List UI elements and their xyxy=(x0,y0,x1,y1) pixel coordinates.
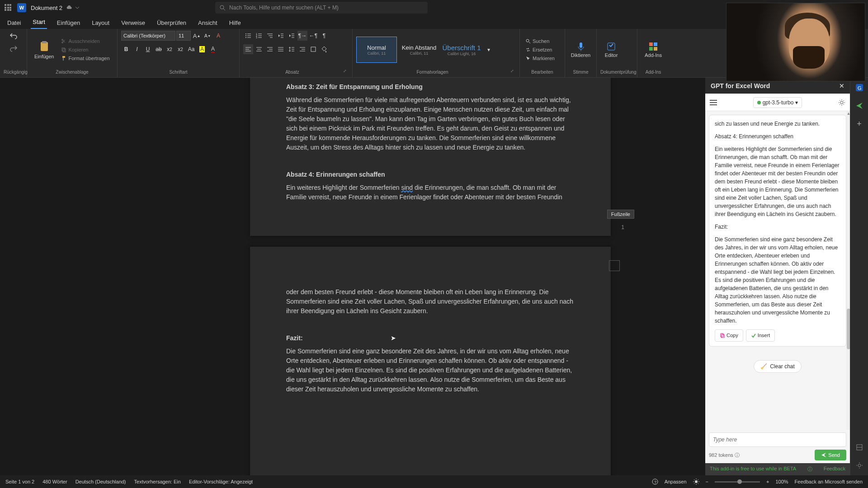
search-box[interactable]: Nach Tools, Hilfe und mehr suchen (ALT +… xyxy=(215,2,428,14)
style-no-spacing[interactable]: Kein AbstandCalibri, 11 xyxy=(399,37,439,63)
model-selector[interactable]: gpt-3.5-turbo▾ xyxy=(753,97,802,108)
help-icon[interactable]: ? xyxy=(652,479,658,485)
footer-label[interactable]: Fußzeile xyxy=(607,210,634,219)
justify-button[interactable] xyxy=(276,44,286,54)
dictate-button[interactable]: Diktieren xyxy=(569,40,593,60)
menu-icon[interactable] xyxy=(710,99,717,106)
page-1[interactable]: Absatz 3: Zeit für Entspannung und Erhol… xyxy=(250,78,611,236)
header-placeholder[interactable] xyxy=(609,260,620,271)
tab-ansicht[interactable]: Ansicht xyxy=(196,17,219,29)
status-page[interactable]: Seite 1 von 2 xyxy=(5,479,34,484)
panel-close-button[interactable]: ✕ xyxy=(839,82,844,89)
ltr-button[interactable]: ¶→ xyxy=(297,31,307,41)
feedback-link[interactable]: Feedback xyxy=(824,466,845,473)
document-name[interactable]: Dokument 2 xyxy=(31,5,62,11)
align-center-button[interactable] xyxy=(254,44,264,54)
status-language[interactable]: Deutsch (Deutschland) xyxy=(75,479,126,484)
align-left-button[interactable] xyxy=(243,44,253,54)
indent-special-button[interactable] xyxy=(297,44,307,54)
paste-button[interactable]: Einfügen xyxy=(31,38,57,61)
line-spacing-button[interactable] xyxy=(287,44,297,54)
style-heading-1[interactable]: Überschrift 1Calibri Light, 16 xyxy=(441,37,482,63)
status-predictions[interactable]: Textvorhersagen: Ein xyxy=(134,479,181,484)
font-family-select[interactable] xyxy=(121,31,175,41)
chat-scroll-up-icon[interactable]: ▲ xyxy=(846,111,850,116)
show-marks-button[interactable]: ¶ xyxy=(319,31,329,41)
italic-button[interactable]: I xyxy=(132,44,142,54)
bullets-button[interactable] xyxy=(243,31,253,41)
select-button[interactable]: Markieren xyxy=(524,54,557,62)
font-size-select[interactable] xyxy=(176,31,191,41)
cut-button[interactable]: Ausschneiden xyxy=(59,37,111,45)
page-2[interactable]: oder dem besten Freund erlebt - diese Mo… xyxy=(250,247,611,475)
shading-button[interactable] xyxy=(319,44,329,54)
replace-button[interactable]: Ersetzen xyxy=(524,46,557,54)
grammar-suggestion[interactable]: sind xyxy=(401,184,413,191)
chat-body[interactable]: sich zu lassen und neue Energie zu tanke… xyxy=(705,111,850,430)
copy-button[interactable]: Kopieren xyxy=(59,46,111,54)
multilevel-list-button[interactable] xyxy=(265,31,275,41)
tab-einfuegen[interactable]: Einfügen xyxy=(55,17,82,29)
insert-button[interactable]: Insert xyxy=(746,329,775,342)
change-case-button[interactable]: Aa xyxy=(186,44,196,54)
zoom-slider[interactable] xyxy=(715,481,760,483)
font-color-button[interactable]: A xyxy=(208,44,218,54)
brightness-icon[interactable] xyxy=(693,479,699,485)
grow-font-button[interactable]: A▲ xyxy=(192,31,202,41)
side-paper-plane-icon[interactable] xyxy=(854,100,865,111)
dropdown-icon[interactable] xyxy=(75,5,80,10)
superscript-button[interactable]: x2 xyxy=(175,44,185,54)
decrease-indent-button[interactable] xyxy=(276,31,286,41)
side-add-icon[interactable]: + xyxy=(854,118,865,129)
settings-icon[interactable] xyxy=(838,99,845,106)
borders-button[interactable] xyxy=(308,44,318,54)
chat-scroll-thumb[interactable] xyxy=(847,309,850,349)
status-editor-suggestions[interactable]: Editor-Vorschläge: Angezeigt xyxy=(189,479,253,484)
feedback-link[interactable]: Feedback an Microsoft senden xyxy=(795,479,863,484)
addins-button[interactable]: Add-Ins xyxy=(641,40,665,60)
zoom-level[interactable]: 100% xyxy=(775,479,788,484)
side-expand-icon[interactable] xyxy=(854,442,865,453)
editor-button[interactable]: Editor xyxy=(600,40,622,60)
tab-verweise[interactable]: Verweise xyxy=(119,17,147,29)
increase-indent-button[interactable] xyxy=(287,31,297,41)
rtl-button[interactable]: ←¶ xyxy=(308,31,318,41)
paragraph-dialog-icon[interactable]: ⤢ xyxy=(341,69,349,75)
tab-layout[interactable]: Layout xyxy=(90,17,111,29)
tab-datei[interactable]: Datei xyxy=(5,17,23,29)
tab-ueberpruefen[interactable]: Überprüfen xyxy=(155,17,188,29)
send-button[interactable]: Send xyxy=(815,450,846,460)
info-icon[interactable]: ⓘ xyxy=(735,452,740,458)
style-normal[interactable]: NormalCalibri, 11 xyxy=(356,37,397,63)
subscript-button[interactable]: x2 xyxy=(165,44,175,54)
clear-format-button[interactable]: A xyxy=(213,31,223,41)
redo-button[interactable] xyxy=(9,43,19,53)
strikethrough-button[interactable]: ab xyxy=(154,44,164,54)
styles-dialog-icon[interactable]: ⤢ xyxy=(509,69,516,75)
format-painter-button[interactable]: Format übertragen xyxy=(59,54,111,62)
app-launcher-icon[interactable] xyxy=(5,4,12,11)
status-words[interactable]: 480 Wörter xyxy=(42,479,67,484)
tab-hilfe[interactable]: Hilfe xyxy=(227,17,243,29)
styles-more-button[interactable]: ▾ xyxy=(484,45,494,55)
copy-button[interactable]: Copy xyxy=(715,329,743,342)
clear-chat-button[interactable]: 🧹Clear chat xyxy=(754,360,802,373)
side-addin-icon[interactable]: G xyxy=(854,82,865,93)
tab-start[interactable]: Start xyxy=(31,16,47,29)
align-right-button[interactable] xyxy=(265,44,275,54)
highlight-button[interactable]: A xyxy=(197,44,207,54)
zoom-in-button[interactable]: + xyxy=(766,479,769,484)
zoom-thumb[interactable] xyxy=(737,479,742,484)
underline-button[interactable]: U xyxy=(143,44,153,54)
beta-info-icon[interactable]: ⓘ xyxy=(807,466,812,473)
status-fit[interactable]: Anpassen xyxy=(665,479,687,484)
zoom-out-button[interactable]: − xyxy=(706,479,708,484)
find-button[interactable]: Suchen xyxy=(524,37,557,45)
bold-button[interactable]: B xyxy=(121,44,131,54)
undo-button[interactable] xyxy=(9,31,19,41)
numbering-button[interactable]: 123 xyxy=(254,31,264,41)
chat-input[interactable] xyxy=(709,432,846,447)
side-gear-icon[interactable] xyxy=(854,460,865,471)
shrink-font-button[interactable]: A▼ xyxy=(203,31,212,41)
chat-scrollbar[interactable]: ▲ xyxy=(846,111,850,430)
